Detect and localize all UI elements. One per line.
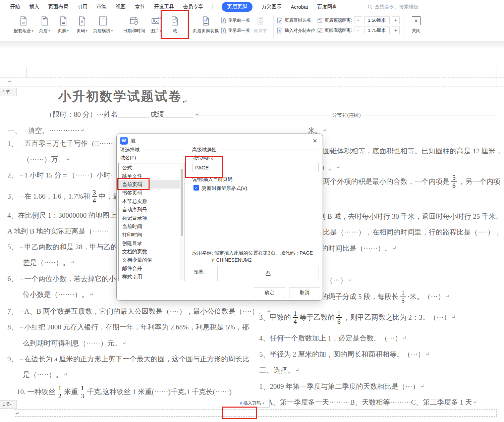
pilcrow-mark: ↵ [15,411,19,416]
formatting-mark: ↵ [66,156,70,162]
ribbon-tab-8[interactable]: 开发工具 [154,2,174,12]
ribbon-tab-2[interactable]: 插入 [29,2,39,12]
section-badge-bottom: 1 节- [0,400,17,409]
field-list-item[interactable]: 公式 [119,163,184,172]
insert-page-number-button[interactable]: # 插入页码 ▾ [235,399,270,408]
ribbon-tab-5[interactable]: 审阅 [97,2,107,12]
chevron-down-icon: ▾ [67,29,69,33]
header-top-minus-button[interactable]: - [354,16,362,24]
toolbar-separator [273,15,274,39]
ribbon-tab-9[interactable]: 会员专享 [183,2,203,12]
footer-bottom-distance-value[interactable]: 1.75厘米 [364,27,390,34]
header-footer-options-button[interactable]: 页眉页脚选项 [277,17,315,23]
header-top-plus-button[interactable]: + [392,16,400,24]
field-list-item[interactable]: 文档的页数 [119,247,184,256]
header-rule-button[interactable]: 页眉横线▾ [92,13,115,34]
options-pencil-icon [277,17,283,23]
example-text-line2: \* CHINESENUM2 [212,257,251,263]
doc-line: 是（·····）。↵ [23,371,68,379]
show-next-button[interactable]: 显示后一项 [221,28,250,34]
command-search[interactable]: 查找命令、搜索模板 [368,4,419,10]
ribbon-tab-6[interactable]: 视图 [116,2,126,12]
show-previous-button[interactable]: 显示前一项 [221,17,250,23]
fraction: 13 [80,385,85,399]
field-list-item[interactable]: 当前时间 [119,222,184,230]
field-list-item[interactable]: 打印时间 [119,230,184,239]
header-icon [40,15,49,26]
header-distance-icon [317,17,323,23]
scrollbar-thumb[interactable] [181,169,183,236]
doc-line: 两个外项的积是最小的合数，一个内项是56，另一个内项 [323,172,501,191]
formatting-mark: → [19,324,24,330]
cancel-button[interactable]: 取消 [289,287,320,298]
dialog-close-icon[interactable]: ✕ [311,137,319,145]
ribbon-tab-13[interactable]: 百度网盘 [317,2,337,12]
footer-bottom-plus-button[interactable]: + [392,27,400,34]
preserve-format-checkbox[interactable]: ✓ [193,185,199,191]
formatting-mark: → [19,141,24,146]
example-text-line1: 应用举例: 假定插入此域的位置在第3页。域代码：PAGE [192,250,313,256]
field-list-item[interactable]: 当前页码 [119,180,184,189]
field-list-item[interactable]: 书签页码 [119,189,184,197]
doc-line: 5、半径为 2 厘米的加，圆的周长和面积相等。（···）↵ [259,350,430,358]
chevron-down-icon: ▾ [32,29,34,33]
doc-line: 2、→1 小时 15 分＝（······）小时· [7,171,113,179]
chevron-down-icon: ▾ [263,402,265,405]
toolbar-separator [187,15,188,39]
ok-button[interactable]: 确定 [254,287,285,298]
header-button[interactable]: 页眉▾ [35,13,54,34]
formatting-mark: → [19,244,24,250]
close-header-footer-button[interactable]: ✕ 关闭 [407,13,426,34]
doc-line: 1、→五百零三万七千写作（□······ [7,140,113,148]
formatting-mark: → [19,276,24,281]
footer-bottom-minus-button[interactable]: - [354,27,362,34]
ribbon-tab-1[interactable]: 开始 [10,2,20,12]
field-button[interactable]: 域 [165,13,184,34]
header-top-distance-value[interactable]: 1.50厘米 [364,16,390,24]
formatting-mark: ↵ [451,314,456,320]
ribbon-tab-12[interactable]: Acrobat [291,2,308,11]
doc-line: 三、选择。↵ [259,366,300,374]
page-number-button[interactable]: # 页码▾ [73,13,92,34]
doc-line: A 地到 B 地的实际距离是（······· [7,227,109,235]
formatting-mark: ↵ [80,127,85,133]
ribbon-tab-4[interactable]: 引用 [77,2,88,12]
field-list-item[interactable]: 样式引用 [119,272,184,281]
date-time-button[interactable]: 日期和时间 [121,13,147,34]
footer-button[interactable]: 页脚▾ [54,13,73,34]
doc-line: 的时间比是（······）。↵ [321,244,397,252]
field-list-scrollbar[interactable] [180,164,184,280]
picture-button[interactable]: 图片▾ [147,13,165,34]
blank-underline [165,117,193,117]
dialog-divider [190,148,190,281]
field-list-item[interactable]: 邮件合并 [119,264,184,272]
doc-line: 4、任何一个质数加上 1，必定是合数。（···）↵ [259,334,407,342]
field-list-item[interactable]: 跳至文件 [119,172,184,180]
ribbon-tab-11[interactable]: 万兴图示 [262,2,282,12]
svg-text:#: # [81,19,83,24]
fraction: 34 [92,189,97,204]
advanced-group-label: 高级域属性 [192,147,319,153]
show-next-icon [221,28,226,34]
doc-line: 到 B 城，去时每小时行 30 千米，返回时每小时行 25 千米。 [319,212,503,220]
doc-line: （······）万。↵ [23,155,71,163]
field-code-input[interactable] [192,163,319,172]
formatting-mark: ↵ [323,127,327,133]
field-list-item[interactable]: 本节总页数 [119,197,184,205]
header-footer-switch-button[interactable]: 页眉页脚切换 [191,13,221,34]
ribbon-tab-7[interactable]: 章节 [135,2,145,12]
header-top-distance-label: 页眉顶端距离: [325,17,352,23]
field-list-item[interactable]: 文档变量的值 [119,256,184,264]
insert-alignment-tab-button[interactable]: 插入对齐制表位 [277,28,315,34]
formatting-mark: ↵ [195,111,199,117]
field-list[interactable]: 公式跳至文件当前页码书签页码本节总页数自动序列号标记目录项当前时间打印时间创建目… [118,163,184,281]
header-rule-icon [99,15,107,26]
field-list-item[interactable]: 标记目录项 [119,214,184,222]
ribbon-tab-3[interactable]: 页面布局 [48,2,68,12]
formatting-mark: ↵ [402,335,407,341]
combo-set-button[interactable]: c# 配套组合▾ [12,13,35,34]
ribbon-tab-10[interactable]: 页眉页脚 [222,2,253,12]
field-list-item[interactable]: 创建目录 [119,239,184,247]
field-list-item[interactable]: 自动序列号 [119,205,184,214]
chevron-down-icon: ▾ [86,29,88,33]
